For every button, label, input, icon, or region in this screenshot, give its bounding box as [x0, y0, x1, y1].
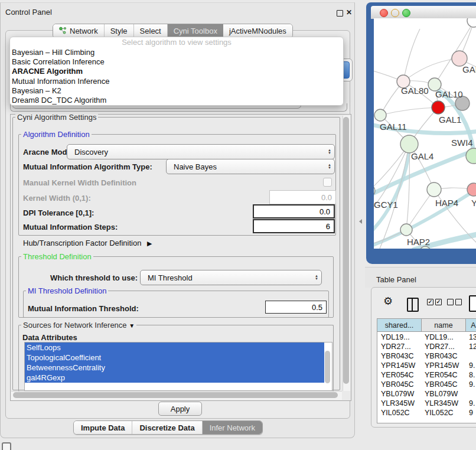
deselect-all-checkbox-icon[interactable]	[447, 299, 454, 305]
table-row[interactable]: YER054CYER054C8.	[377, 370, 476, 380]
mi-steps-input[interactable]: 6	[253, 219, 335, 233]
manual-kernel-label: Manual Kernel Width Definition	[23, 178, 136, 187]
node-salmon[interactable]	[467, 183, 476, 196]
tab-select[interactable]: Select	[134, 24, 168, 38]
dropdown-item[interactable]: Dream8 DC_TDC Algorithm	[10, 96, 343, 105]
node-hap2[interactable]	[400, 224, 412, 236]
column-header[interactable]: name	[422, 319, 466, 332]
table-row[interactable]: YBL079WYBL079W	[377, 389, 476, 399]
dock-panel-icon[interactable]	[2, 442, 11, 450]
kernel-width-label: Kernel Width (0,1):	[23, 194, 91, 203]
node-label: GAL7	[462, 64, 476, 74]
dpi-tolerance-label: DPI Tolerance [0,1]:	[23, 208, 94, 217]
node-label: SWI4	[451, 138, 473, 148]
which-threshold-combo[interactable]: MI Threshold ▲▼	[140, 270, 322, 285]
data-attributes-list: SelfLoops TopologicalCoefficient Between…	[24, 342, 332, 391]
horizontal-scrollbar-thumb[interactable]	[13, 392, 338, 398]
mi-steps-label: Mutual Information Steps:	[23, 223, 118, 231]
group-title: Algorithm Definition	[21, 130, 92, 139]
document-icon[interactable]	[469, 295, 476, 312]
select-all-checkbox-icon[interactable]: ✓	[427, 299, 433, 305]
panel-splitter-handle[interactable]	[359, 219, 362, 224]
stepper-arrows-icon: ▲▼	[315, 275, 318, 281]
control-panel-window: Control Panel ✕ Network Style Select Cyn…	[0, 2, 355, 438]
mi-threshold-input[interactable]: 0.5	[265, 301, 327, 314]
node-gal1[interactable]	[432, 101, 445, 114]
hub-definition-toggle[interactable]: Hub/Transcription Factor Definition ▶	[23, 239, 152, 247]
table-row[interactable]: YIL052CYIL052C9	[377, 408, 476, 418]
list-scrollbar-thumb[interactable]	[325, 351, 330, 383]
column-layout-icon[interactable]	[407, 298, 419, 312]
dropdown-item-selected[interactable]: ARACNE Algorithm	[10, 67, 343, 76]
group-title: Cyni Algorithm Settings	[15, 113, 98, 122]
aracne-mode-combo[interactable]: Discovery ▲▼	[67, 144, 335, 159]
tab-discretize-data[interactable]: Discretize Data	[132, 421, 202, 434]
table-panel-title: Table Panel	[376, 275, 416, 284]
node-unlabeled[interactable]	[467, 18, 476, 27]
data-attributes-label: Data Attributes	[22, 333, 77, 342]
list-item[interactable]: TopologicalCoefficient	[25, 353, 324, 363]
select-all-checkbox-icon[interactable]: ✓	[435, 299, 442, 305]
vertical-scrollbar-thumb[interactable]	[343, 117, 349, 384]
tab-infer-network[interactable]: Infer Network	[203, 421, 262, 434]
table-panel-window: ⚙ ✓ ✓ shared... name A YDL19...YDL19...1…	[371, 287, 476, 428]
network-graph-icon	[59, 27, 66, 36]
network-view-window: GAL7 GAL80 GAL10 GAL1 GAL11 SWI4 GAL4 GC…	[366, 2, 476, 264]
table-row[interactable]: YBR045CYBR045C9.	[377, 380, 476, 389]
network-window-titlebar[interactable]	[371, 6, 476, 19]
apply-button[interactable]: Apply	[158, 402, 202, 416]
mi-type-combo[interactable]: Naive Bayes ▲▼	[166, 159, 335, 174]
list-item[interactable]: gal4RGexp	[25, 373, 324, 383]
table-row[interactable]: YDL19...YDL19...13	[377, 332, 476, 342]
node-label: HAP2	[407, 237, 430, 247]
stepper-arrows-icon: ▲▼	[328, 149, 331, 155]
dropdown-item[interactable]: Bayesian – Hill Climbing	[10, 48, 343, 57]
sources-toggle[interactable]: Sources for Network Inference ▼	[21, 321, 136, 330]
node-label: GAL10	[435, 89, 463, 99]
minimize-traffic-light-icon[interactable]	[391, 9, 399, 17]
node-gal11[interactable]	[374, 109, 386, 121]
control-panel-title: Control Panel	[5, 8, 52, 17]
deselect-all-checkbox-icon[interactable]	[455, 299, 462, 305]
group-title: Threshold Definition	[21, 252, 93, 261]
mi-threshold-label: Mutual Information Threshold:	[28, 304, 139, 313]
node-label: GAL4	[411, 151, 433, 161]
close-icon[interactable]: ✕	[346, 8, 352, 17]
node-label: GAL80	[401, 86, 429, 96]
tab-cyni-toolbox[interactable]: Cyni Toolbox	[168, 24, 223, 38]
node-swi4[interactable]	[466, 148, 476, 164]
tab-network[interactable]: Network	[53, 24, 105, 38]
tab-jactivemnodules[interactable]: jActiveMNodules	[223, 24, 292, 38]
group-title: MI Threshold Definition	[26, 286, 108, 295]
table-row[interactable]: YDR27...YDR27...12	[377, 342, 476, 351]
column-header[interactable]: A	[466, 319, 476, 332]
list-item[interactable]: SelfLoops	[25, 343, 324, 353]
manual-kernel-checkbox[interactable]	[323, 178, 332, 187]
close-traffic-light-icon[interactable]	[380, 9, 388, 17]
dropdown-item[interactable]: Mutual Information Inference	[10, 77, 343, 86]
gear-icon[interactable]: ⚙	[383, 295, 393, 308]
dropdown-prompt: Select algorithm to view settings	[10, 37, 343, 48]
dropdown-item[interactable]: Bayesian – K2	[10, 86, 343, 96]
kernel-width-input[interactable]: 0.0	[269, 190, 336, 204]
column-header[interactable]: shared...	[377, 319, 422, 332]
float-window-icon[interactable]	[337, 10, 343, 17]
node-label: GCY1	[374, 200, 398, 210]
node-gal4[interactable]	[400, 135, 418, 153]
node-hap4[interactable]	[427, 182, 441, 197]
table-row[interactable]: YPR145WYPR145W9.	[377, 361, 476, 370]
network-canvas[interactable]: GAL7 GAL80 GAL10 GAL1 GAL11 SWI4 GAL4 GC…	[374, 18, 476, 249]
table-panel-header: Table Panel	[365, 267, 476, 288]
zoom-traffic-light-icon[interactable]	[402, 9, 410, 17]
algorithm-dropdown-popup: Select algorithm to view settings Bayesi…	[9, 37, 344, 106]
table-row[interactable]: YLR345WYLR345W9.	[377, 399, 476, 408]
tab-style[interactable]: Style	[105, 24, 134, 38]
dropdown-item[interactable]: Basic Correlation Inference	[10, 57, 343, 67]
bottom-tabbar: Impute Data Discretize Data Infer Networ…	[73, 420, 263, 435]
which-threshold-label: Which threshold to use:	[50, 273, 138, 282]
table-row[interactable]: YBR043CYBR043C	[377, 351, 476, 361]
node-label: Y	[471, 198, 476, 208]
list-item[interactable]: BetweennessCentrality	[25, 363, 324, 373]
dpi-tolerance-input[interactable]: 0.0	[253, 204, 335, 219]
tab-impute-data[interactable]: Impute Data	[74, 421, 132, 434]
